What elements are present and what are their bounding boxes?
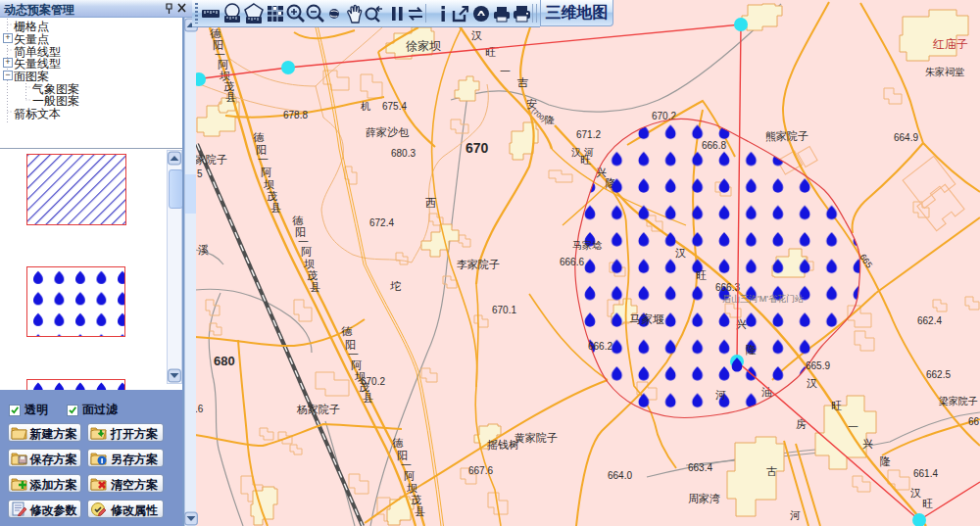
svg-text:西: 西 (425, 197, 436, 209)
svg-text:李家院子: 李家院子 (457, 259, 500, 270)
svg-text:县: 县 (270, 202, 281, 214)
svg-text:667.6: 667.6 (468, 465, 493, 476)
svg-text:旺: 旺 (831, 400, 842, 411)
svg-text:670: 670 (466, 140, 489, 156)
svg-text:一: 一 (500, 66, 511, 77)
svg-text:梁家院子: 梁家院子 (939, 396, 978, 406)
svg-text:一: 一 (848, 421, 858, 433)
svg-text:隆: 隆 (746, 344, 757, 356)
svg-text:马家埝: 马家埝 (572, 240, 603, 251)
svg-text:666.8: 666.8 (702, 140, 726, 151)
svg-text:隆: 隆 (880, 455, 891, 467)
svg-text:5: 5 (197, 168, 203, 179)
svg-text:旺: 旺 (922, 498, 933, 509)
svg-text:662.5: 662.5 (926, 369, 951, 380)
svg-text:溪: 溪 (198, 244, 209, 256)
svg-text:680: 680 (214, 354, 235, 368)
svg-text:663.4: 663.4 (688, 462, 712, 473)
svg-text:662.4: 662.4 (917, 315, 942, 326)
svg-text:河: 河 (790, 509, 801, 521)
svg-text:坝: 坝 (264, 178, 274, 190)
svg-text:茂: 茂 (411, 494, 421, 505)
svg-text:670.2: 670.2 (361, 376, 385, 387)
svg-text:66: 66 (968, 416, 980, 427)
svg-text:德: 德 (210, 27, 221, 39)
svg-text:664.9: 664.9 (894, 132, 918, 143)
svg-text:朱家祠堂: 朱家祠堂 (925, 67, 964, 77)
svg-text:坝: 坝 (304, 258, 315, 269)
svg-text:661.4: 661.4 (913, 468, 938, 479)
svg-text:阿: 阿 (301, 246, 312, 258)
svg-text:665.9: 665.9 (806, 360, 830, 371)
svg-text:红庙子: 红庙子 (932, 37, 968, 51)
svg-text:一: 一 (258, 154, 269, 166)
svg-text:杨家院子: 杨家院子 (296, 404, 340, 415)
svg-text:茂: 茂 (307, 269, 318, 281)
svg-text:666.6: 666.6 (560, 257, 584, 267)
svg-text:阿: 阿 (404, 470, 415, 482)
svg-text:汉: 汉 (471, 29, 482, 41)
svg-text:县: 县 (310, 281, 320, 293)
svg-text:坝: 坝 (407, 482, 417, 494)
svg-text:县: 县 (363, 392, 373, 404)
svg-text:670.1: 670.1 (492, 305, 516, 315)
svg-text:666.3: 666.3 (715, 282, 740, 293)
svg-text:古: 古 (766, 465, 777, 477)
svg-text:茂: 茂 (267, 190, 277, 202)
svg-text:678.8: 678.8 (283, 110, 308, 120)
svg-text:德: 德 (253, 131, 265, 143)
svg-text:周家湾: 周家湾 (688, 493, 720, 504)
svg-text:旺: 旺 (580, 154, 591, 166)
svg-text:机: 机 (361, 101, 370, 112)
svg-text:德: 德 (392, 437, 404, 449)
svg-text:河: 河 (715, 389, 726, 401)
svg-text:家院子: 家院子 (195, 154, 227, 166)
svg-text:马家堰: 马家堰 (629, 312, 664, 326)
svg-text:黄家院子: 黄家院子 (514, 432, 558, 444)
svg-text:汉: 汉 (910, 487, 921, 499)
svg-text:县: 县 (415, 505, 425, 517)
svg-text:675.4: 675.4 (382, 101, 407, 112)
svg-text:671.2: 671.2 (576, 129, 601, 140)
svg-text:眉山三沟'M'省花门站: 眉山三沟'M'省花门站 (722, 294, 804, 304)
svg-text:兴: 兴 (862, 438, 873, 450)
svg-text:旺: 旺 (696, 269, 707, 281)
svg-text:汉: 汉 (807, 377, 817, 389)
svg-text:.6: .6 (195, 404, 204, 414)
svg-text:熊家院子: 熊家院子 (765, 130, 808, 142)
svg-text:吉: 吉 (516, 76, 528, 88)
svg-text:德: 德 (292, 215, 304, 226)
svg-text:666.2: 666.2 (588, 341, 612, 352)
svg-text:672.4: 672.4 (369, 217, 394, 228)
svg-text:德: 德 (341, 325, 353, 337)
svg-text:县: 县 (225, 91, 236, 103)
svg-text:隆: 隆 (545, 115, 555, 125)
svg-text:汉: 汉 (675, 247, 686, 259)
svg-text:薛家沙包: 薛家沙包 (366, 126, 410, 138)
svg-text:徐家坝: 徐家坝 (406, 39, 441, 53)
svg-text:664.0: 664.0 (608, 470, 632, 481)
svg-text:680.3: 680.3 (391, 148, 416, 159)
svg-text:阿: 阿 (261, 167, 271, 178)
svg-text:坨: 坨 (390, 280, 401, 292)
